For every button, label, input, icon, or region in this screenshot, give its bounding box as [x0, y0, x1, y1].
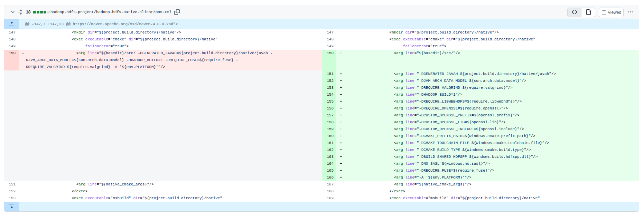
addition-marker: + [340, 146, 342, 153]
code-cell: + <arg line="-DBUILD_SHARED_HDFSPP=${win… [336, 153, 639, 160]
line-number[interactable]: 168 [322, 188, 336, 195]
file-options-button[interactable] [628, 9, 633, 15]
viewed-toggle-button[interactable]: Viewed [599, 8, 624, 17]
expand-down-button[interactable] [4, 202, 19, 211]
code-line: <arg line="-DCMAKE_BUILD_TYPE=${windows.… [344, 146, 639, 153]
diff-row: 164+ <arg line="-DNO_SASL=${windows.no.s… [4, 160, 639, 167]
line-number[interactable]: 164 [322, 160, 336, 167]
line-number[interactable]: 152 [4, 188, 19, 195]
line-number[interactable]: 147 [322, 29, 336, 36]
line-number[interactable]: 159 [322, 126, 336, 133]
code-cell: <exec executable="cmake" dir="${project.… [336, 36, 639, 43]
line-number[interactable]: 167 [322, 181, 336, 188]
copy-icon [174, 9, 180, 15]
code-line: </exec> [26, 188, 322, 195]
changes-count: 18 [26, 9, 30, 15]
rich-diff-button[interactable] [581, 8, 595, 17]
line-number-empty [4, 91, 19, 98]
line-number[interactable]: 166 [322, 174, 336, 181]
diff-right-cell: 153+ <arg line="-DREQUIRE_VALGRIND=${req… [322, 84, 639, 91]
line-number[interactable]: 149 [322, 43, 336, 50]
code-cell [19, 119, 322, 126]
diffstat-square-added [33, 11, 36, 13]
code-line: <arg line="-DCUSTOM_OPENSSL_INCLUDE=${op… [344, 126, 639, 133]
diffstat-square-added [44, 11, 46, 13]
code-cell: + <arg line="-A '${env.PLATFORM}'"/> [336, 174, 639, 181]
viewed-checkbox[interactable] [602, 10, 606, 15]
code-line: </exec> [344, 188, 639, 195]
line-number[interactable]: 150 [322, 50, 336, 70]
line-number[interactable]: 150 [4, 50, 19, 70]
line-number[interactable]: 151 [322, 70, 336, 77]
diff-right-cell: 154+ <arg line="-DHADOOP_BUILD=1"/> [322, 91, 639, 98]
diff-left-cell [4, 133, 322, 140]
file-icon [586, 9, 591, 16]
diff-row: 162+ <arg line="-DCMAKE_BUILD_TYPE=${win… [4, 146, 639, 153]
code-cell: + <arg line="-DREQUIRE_FUSE=${require.fu… [336, 167, 639, 174]
collapse-file-button[interactable] [10, 9, 16, 15]
code-cell: failonerror="true"> [336, 43, 639, 50]
line-number[interactable]: 160 [322, 133, 336, 140]
file-path-link[interactable]: hadoop-hdfs-project/hadoop-hdfs-native-c… [50, 9, 171, 15]
code-cell [19, 174, 322, 181]
line-number[interactable]: 156 [322, 105, 336, 112]
deletion-marker: - [22, 50, 24, 57]
diff-left-cell: 150- <arg line="${basedir}/src/ -DGENERA… [4, 50, 322, 70]
line-number[interactable]: 153 [322, 84, 336, 91]
addition-marker: + [340, 174, 342, 181]
diff-right-cell: 167 <arg line="${native_cmake_args}"/> [322, 181, 639, 188]
code-line: <arg line="-DCUSTOM_OPENSSL_PREFIX=${ope… [344, 112, 639, 119]
diff-right-cell: 150+ <arg line="${basedir}/src/"/> [322, 50, 639, 70]
line-number[interactable]: 169 [322, 195, 336, 202]
line-number[interactable]: 154 [322, 91, 336, 98]
code-cell: - <arg line="${basedir}/src/ -DGENERATED… [19, 50, 322, 70]
line-number[interactable]: 162 [322, 146, 336, 153]
expand-all-button[interactable] [18, 9, 24, 15]
diff-right-cell: 168 </exec> [322, 188, 639, 195]
code-line: <arg line="-DREQUIRE_VALGRIND=${require.… [344, 84, 639, 91]
diff-left-cell [4, 126, 322, 133]
line-number[interactable]: 153 [4, 195, 19, 202]
expand-up-button[interactable] [4, 19, 19, 29]
code-line: <mkdir dir="${project.build.directory}/n… [26, 29, 322, 36]
diffstat-square-added [37, 11, 39, 13]
code-cell [19, 153, 322, 160]
code-cell: + <arg line="-DREQUIRE_LIBWEBHDFS=${requ… [336, 98, 639, 105]
line-number[interactable]: 155 [322, 98, 336, 105]
diff-left-cell: 149 failonerror="true"> [4, 43, 322, 50]
line-number[interactable]: 148 [322, 36, 336, 43]
code-cell: + <arg line="-DCUSTOM_OPENSSL_INCLUDE=${… [336, 126, 639, 133]
line-number[interactable]: 149 [4, 43, 19, 50]
line-number[interactable]: 157 [322, 112, 336, 119]
line-number[interactable]: 147 [4, 29, 19, 36]
line-number[interactable]: 165 [322, 167, 336, 174]
diff-right-cell: 157+ <arg line="-DCUSTOM_OPENSSL_PREFIX=… [322, 112, 639, 119]
code-cell: <mkdir dir="${project.build.directory}/n… [336, 29, 639, 36]
diff-left-cell [4, 160, 322, 167]
code-cell: </exec> [336, 188, 639, 195]
line-number-empty [4, 167, 19, 174]
addition-marker: + [340, 84, 342, 91]
line-number[interactable]: 161 [322, 140, 336, 146]
source-view-button[interactable] [568, 8, 581, 17]
chevron-down-icon [10, 9, 16, 15]
diff-table: @@ -147,7 +147,23 @@ https://maven.apach… [4, 19, 639, 211]
line-number[interactable]: 158 [322, 119, 336, 126]
unfold-icon [18, 9, 24, 15]
line-number[interactable]: 152 [322, 77, 336, 84]
diff-left-cell: 151 <arg line="${native_cmake_args}"/> [4, 181, 322, 188]
code-cell: <mkdir dir="${project.build.directory}/n… [19, 29, 322, 36]
diff-left-cell [4, 98, 322, 105]
addition-marker: + [340, 167, 342, 174]
code-line: <mkdir dir="${project.build.directory}/n… [344, 29, 639, 36]
copy-path-button[interactable] [174, 9, 180, 15]
line-number[interactable]: 151 [4, 181, 19, 188]
line-number[interactable]: 148 [4, 36, 19, 43]
diff-left-cell [4, 112, 322, 119]
diff-view-toggle [567, 8, 595, 17]
diff-row: 149 failonerror="true">149 failonerror="… [4, 43, 639, 50]
addition-marker: + [340, 160, 342, 167]
line-number[interactable]: 163 [322, 153, 336, 160]
diffstat-square-neutral [47, 11, 50, 13]
code-line: <arg line="-DHADOOP_BUILD=1"/> [344, 91, 639, 98]
